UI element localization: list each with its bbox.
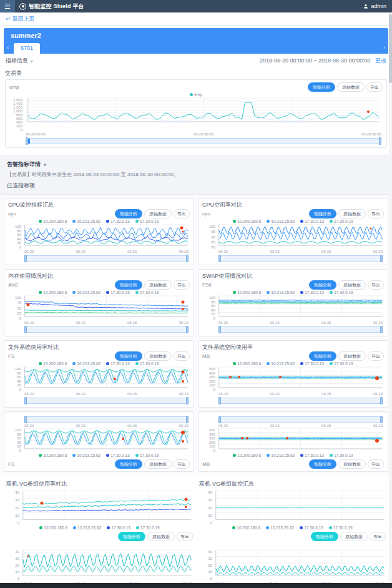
datazoom-handle-right[interactable] (186, 326, 189, 333)
tab-host[interactable]: 6701 (14, 43, 40, 54)
legend-item[interactable]: 17.30.0.19 (330, 453, 353, 458)
raw-data-button[interactable]: 原始数据 (338, 459, 366, 469)
raw-data-button[interactable]: 原始数据 (144, 459, 172, 469)
legend-item[interactable]: 10.213.25.62 (267, 453, 295, 458)
datazoom-handle-left[interactable] (24, 397, 27, 404)
datazoom-handle-left[interactable] (24, 255, 27, 262)
tab-scroll-right-icon[interactable]: › (383, 44, 385, 51)
legend-item[interactable]: 10.213.25.62 (72, 361, 100, 366)
datazoom-slider[interactable] (24, 398, 189, 404)
datazoom-slider[interactable] (218, 398, 383, 404)
tab-scroll-left-icon[interactable]: ‹ (7, 44, 9, 51)
datazoom-slider[interactable] (26, 138, 381, 144)
legend-item[interactable]: 17.30.0.13 (300, 526, 323, 530)
datazoom-slider[interactable] (24, 255, 189, 262)
legend-item[interactable]: 10.200.180.6 (39, 361, 67, 366)
datazoom-handle-left[interactable] (218, 255, 221, 262)
legend-item[interactable]: 17.30.0.19 (135, 453, 159, 458)
export-button[interactable]: 导出 (174, 280, 190, 290)
legend-item[interactable]: 17.30.0.13 (107, 526, 130, 530)
analyze-button[interactable]: 智能分析 (309, 209, 336, 218)
export-button[interactable]: 导出 (368, 459, 384, 469)
export-button[interactable]: 导出 (366, 82, 383, 92)
datazoom-handle-right[interactable] (186, 397, 189, 404)
export-button[interactable]: 导出 (368, 209, 384, 218)
legend-item[interactable]: 10.200.180.6 (39, 219, 67, 223)
export-button[interactable]: 导出 (368, 280, 384, 290)
analyze-button[interactable]: 智能分析 (309, 280, 336, 290)
collapse-icon[interactable]: ∧ (43, 162, 47, 167)
analyze-button[interactable]: 智能分析 (115, 459, 142, 469)
change-range-link[interactable]: 更改 (375, 57, 386, 64)
raw-data-button[interactable]: 原始数据 (144, 280, 172, 290)
analyze-button[interactable]: 智能分析 (309, 351, 336, 361)
scrollbar-track[interactable] (389, 13, 392, 583)
legend-item[interactable]: 17.30.0.13 (106, 361, 130, 366)
datazoom-handle-left[interactable] (24, 326, 27, 333)
legend-item[interactable]: 10.200.180.6 (39, 526, 67, 530)
legend-item[interactable]: 10.200.180.6 (233, 219, 261, 223)
analyze-button[interactable]: 智能分析 (115, 209, 142, 218)
datazoom-handle-left[interactable] (24, 416, 27, 423)
legend-item[interactable]: 17.30.0.13 (300, 290, 324, 295)
legend-item[interactable]: 17.30.0.13 (106, 290, 130, 295)
export-button[interactable]: 导出 (174, 459, 190, 469)
raw-data-button[interactable]: 原始数据 (337, 82, 365, 92)
hamburger-menu-icon[interactable]: ☰ (0, 0, 15, 12)
legend-item[interactable]: 10.213.25.62 (72, 219, 100, 223)
legend-item[interactable]: emp (190, 92, 202, 97)
datazoom-handle-right[interactable] (380, 416, 383, 423)
legend-item[interactable]: 10.213.25.62 (72, 453, 100, 458)
raw-data-button[interactable]: 原始数据 (338, 280, 366, 290)
datazoom-slider[interactable] (218, 255, 383, 262)
legend-item[interactable]: 17.30.0.13 (106, 219, 130, 223)
datazoom-slider[interactable] (218, 416, 383, 423)
raw-data-button[interactable]: 原始数据 (144, 209, 172, 218)
legend-item[interactable]: 10.213.25.62 (73, 526, 101, 530)
export-button[interactable]: 导出 (368, 351, 384, 361)
legend-item[interactable]: 10.200.180.6 (233, 453, 261, 458)
datazoom-handle-right[interactable] (380, 397, 383, 404)
datazoom-slider[interactable] (24, 326, 189, 333)
datazoom-handle-right[interactable] (186, 416, 189, 423)
raw-data-button[interactable]: 原始数据 (338, 351, 366, 361)
legend-item[interactable]: 10.213.25.62 (267, 290, 295, 295)
export-button[interactable]: 导出 (177, 532, 193, 541)
user-menu[interactable]: admin (363, 3, 386, 9)
legend-item[interactable]: 10.200.180.6 (233, 361, 261, 366)
legend-item[interactable]: 17.30.0.13 (300, 453, 324, 458)
analyze-button[interactable]: 智能分析 (115, 351, 142, 361)
legend-item[interactable]: 17.30.0.19 (330, 219, 353, 223)
legend-item[interactable]: 17.30.0.19 (135, 290, 159, 295)
export-button[interactable]: 导出 (370, 532, 386, 541)
metric-info-dropdown[interactable]: 指标信息 ∨ (6, 57, 33, 65)
legend-item[interactable]: 10.200.180.6 (233, 290, 261, 295)
analyze-button[interactable]: 智能分析 (309, 459, 336, 469)
legend-item[interactable]: 17.30.0.19 (330, 361, 353, 366)
legend-item[interactable]: 17.30.0.19 (330, 290, 353, 295)
raw-data-button[interactable]: 原始数据 (147, 532, 175, 541)
datazoom-slider[interactable] (24, 416, 189, 423)
legend-item[interactable]: 10.200.180.6 (39, 290, 67, 295)
raw-data-button[interactable]: 原始数据 (338, 209, 366, 218)
legend-item[interactable]: 17.30.0.13 (300, 361, 324, 366)
legend-item[interactable]: 17.30.0.19 (329, 526, 353, 530)
datazoom-handle-right[interactable] (380, 326, 383, 333)
raw-data-button[interactable]: 原始数据 (340, 532, 368, 541)
datazoom-handle-right[interactable] (186, 255, 189, 262)
legend-item[interactable]: 10.213.25.62 (267, 361, 295, 366)
scrollbar-thumb[interactable] (389, 14, 392, 83)
datazoom-handle-right[interactable] (379, 137, 381, 145)
analyze-button[interactable]: 智能分析 (311, 532, 338, 541)
export-button[interactable]: 导出 (174, 209, 190, 218)
datazoom-handle-left[interactable] (218, 397, 221, 404)
analyze-button[interactable]: 智能分析 (308, 82, 335, 92)
export-button[interactable]: 导出 (174, 351, 190, 361)
datazoom-handle-left[interactable] (218, 326, 221, 333)
legend-item[interactable]: 10.213.25.62 (266, 526, 294, 530)
legend-item[interactable]: 17.30.0.19 (135, 219, 159, 223)
legend-item[interactable]: 17.30.0.13 (300, 219, 324, 223)
legend-item[interactable]: 17.30.0.19 (136, 526, 160, 530)
legend-item[interactable]: 10.213.25.62 (267, 219, 295, 223)
legend-item[interactable]: 10.200.180.6 (39, 453, 67, 458)
